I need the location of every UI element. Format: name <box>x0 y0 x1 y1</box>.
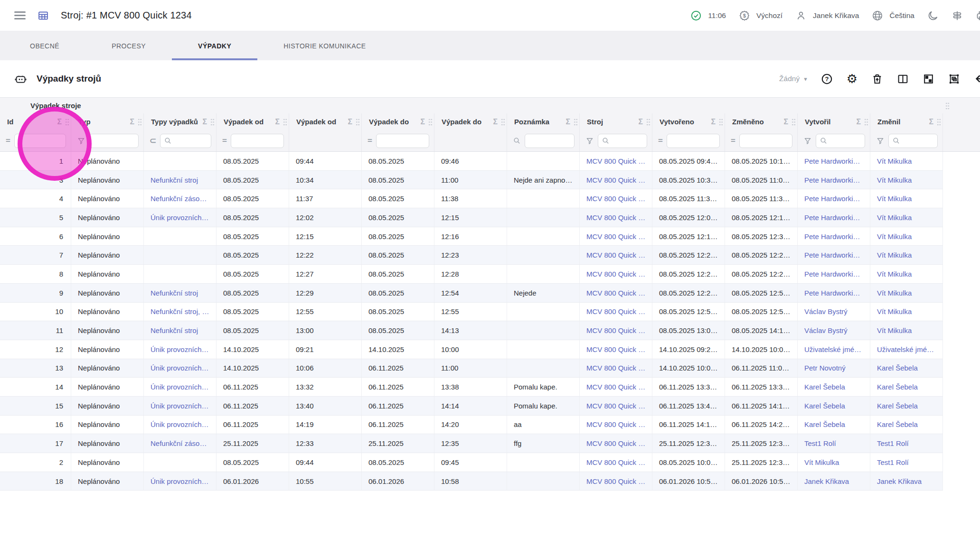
layout-selector-dropdown[interactable]: Žádný ▾ <box>779 74 807 83</box>
cell-stroj[interactable]: MCV 800 Quick … <box>580 303 652 321</box>
cell-zmenil[interactable]: Vít Mikulka <box>870 246 943 264</box>
grid-row[interactable]: 14NeplánovánoÚnik provozních…06.11.20251… <box>0 378 943 397</box>
cell-zmenil[interactable]: Vít Mikulka <box>870 284 943 302</box>
filter-input-zmeneno[interactable] <box>739 134 792 148</box>
cell-vytvoril[interactable]: Vít Mikulka <box>798 453 870 472</box>
equals-operator-icon[interactable]: = <box>658 136 663 146</box>
cell-vytvoril[interactable]: Pete Hardworki… <box>798 265 870 283</box>
cell-vytvoril[interactable]: Pete Hardworki… <box>798 171 870 189</box>
user-menu[interactable]: Janek Křikava <box>795 10 859 21</box>
grid-row[interactable]: 11NeplánovánoNefunkční stroj08.05.202513… <box>0 321 943 340</box>
grid-row[interactable]: 12NeplánovánoÚnik provozních…14.10.20250… <box>0 340 943 359</box>
theme-contrast-button[interactable] <box>923 73 934 85</box>
cell-zmenil[interactable]: Vít Mikulka <box>870 227 943 246</box>
grid-row[interactable]: 3NeplánovánoNefunkční stroj08.05.202510:… <box>0 171 943 190</box>
cell-zmenil[interactable]: Janek Křikava <box>870 472 943 491</box>
cell-zmenil[interactable]: Vít Mikulka <box>870 189 943 208</box>
cell-typy-vypadku[interactable]: Nefunkční stroj <box>144 171 217 189</box>
column-header-vypadek-do-cas[interactable]: Výpadek doΣ <box>434 113 507 130</box>
column-drag-handle-icon[interactable] <box>937 118 941 126</box>
sum-sigma-icon[interactable]: Σ <box>201 118 208 126</box>
column-drag-handle-icon[interactable] <box>210 118 215 126</box>
cell-typy-vypadku[interactable]: Nefunkční stroj, … <box>144 303 217 321</box>
search-icon[interactable] <box>513 137 521 145</box>
sum-sigma-icon[interactable]: Σ <box>419 118 426 126</box>
grid-row[interactable]: 4NeplánovánoNefunkční záso…08.05.202511:… <box>0 189 943 208</box>
cell-zmenil[interactable]: Test1 Rolí <box>870 434 943 453</box>
cell-typy-vypadku[interactable]: Nefunkční stroj <box>144 321 217 340</box>
grid-row[interactable]: 2Neplánováno08.05.202509:4408.05.202509:… <box>0 453 943 472</box>
column-drag-handle-icon[interactable] <box>65 118 69 126</box>
cell-typy-vypadku[interactable]: Nefunkční záso… <box>144 189 217 208</box>
cell-stroj[interactable]: MCV 800 Quick … <box>580 359 652 378</box>
column-header-vypadek-od-cas[interactable]: Výpadek odΣ <box>289 113 362 130</box>
grid-row[interactable]: 1Neplánováno08.05.202509:4408.05.202509:… <box>0 152 943 171</box>
cell-zmenil[interactable]: Vít Mikulka <box>870 208 943 227</box>
column-drag-handle-icon[interactable] <box>283 118 287 126</box>
cell-vytvoril[interactable]: Pete Hardworki… <box>798 189 870 208</box>
filter-funnel-icon[interactable] <box>876 137 885 145</box>
cell-typy-vypadku[interactable]: Nefunkční záso… <box>144 434 217 453</box>
equals-operator-icon[interactable]: = <box>731 136 735 146</box>
subset-operator-icon[interactable]: ⊂ <box>150 136 156 146</box>
cell-typy-vypadku[interactable]: Únik provozních… <box>144 397 217 415</box>
tab-procesy[interactable]: PROCESY <box>85 31 172 60</box>
cell-stroj[interactable]: MCV 800 Quick … <box>580 246 652 264</box>
language-selector[interactable]: Čeština <box>872 10 914 21</box>
filter-input-poznamka[interactable] <box>525 134 575 148</box>
grid-row[interactable]: 17NeplánovánoNefunkční záso…25.11.202512… <box>0 434 943 453</box>
cell-vytvoril[interactable]: Václav Bystrý <box>798 303 870 321</box>
column-header-id[interactable]: IdΣ <box>0 113 71 130</box>
filter-funnel-icon[interactable] <box>585 137 594 145</box>
column-chooser-button[interactable] <box>897 73 909 85</box>
cell-zmenil[interactable]: Karel Šebela <box>870 378 943 396</box>
grid-row[interactable]: 6Neplánováno08.05.202512:1508.05.202512:… <box>0 227 943 246</box>
filter-input-id[interactable] <box>14 134 66 148</box>
sum-sigma-icon[interactable]: Σ <box>637 118 644 126</box>
cell-typy-vypadku[interactable]: Únik provozních… <box>144 472 217 491</box>
cell-stroj[interactable]: MCV 800 Quick … <box>580 378 652 396</box>
cell-zmenil[interactable]: Vít Mikulka <box>870 152 943 170</box>
cell-stroj[interactable]: MCV 800 Quick … <box>580 171 652 189</box>
grid-row[interactable]: 15NeplánovánoÚnik provozních…06.11.20251… <box>0 397 943 416</box>
cell-vytvoril[interactable]: Pete Hardworki… <box>798 284 870 302</box>
cell-stroj[interactable]: MCV 800 Quick … <box>580 453 652 472</box>
column-header-stroj[interactable]: StrojΣ <box>580 113 652 130</box>
filter-funnel-icon[interactable] <box>803 137 812 145</box>
column-header-typy-vypadku[interactable]: Typy výpadkůΣ <box>144 113 217 130</box>
grid-row[interactable]: 8Neplánováno08.05.202512:2708.05.202512:… <box>0 265 943 284</box>
grid-row[interactable]: 18NeplánovánoÚnik provozních…06.01.20261… <box>0 472 943 491</box>
cell-vytvoril[interactable]: Petr Novotný <box>798 359 870 378</box>
help-button[interactable]: ? <box>821 73 833 85</box>
filter-input-vytvoreno[interactable] <box>667 134 720 148</box>
cell-vytvoril[interactable]: Karel Šebela <box>798 416 870 434</box>
cell-zmenil[interactable]: Uživatelské jmé… <box>870 340 943 359</box>
cell-zmenil[interactable]: Vít Mikulka <box>870 321 943 340</box>
column-drag-handle-icon[interactable] <box>356 118 360 126</box>
column-header-vypadek-od-datum[interactable]: Výpadek odΣ <box>217 113 289 130</box>
cell-stroj[interactable]: MCV 800 Quick … <box>580 472 652 491</box>
grid-row[interactable]: 9NeplánovánoNefunkční stroj08.05.202512:… <box>0 284 943 303</box>
column-drag-handle-icon[interactable] <box>501 118 505 126</box>
column-header-vypadek-do-datum[interactable]: Výpadek doΣ <box>362 113 434 130</box>
cell-stroj[interactable]: MCV 800 Quick … <box>580 416 652 434</box>
cell-stroj[interactable]: MCV 800 Quick … <box>580 227 652 246</box>
cell-stroj[interactable]: MCV 800 Quick … <box>580 284 652 302</box>
cell-zmenil[interactable]: Vít Mikulka <box>870 303 943 321</box>
cell-vytvoril[interactable]: Václav Bystrý <box>798 321 870 340</box>
grid-row[interactable]: 10NeplánovánoNefunkční stroj, …08.05.202… <box>0 303 943 322</box>
column-header-zmeneno[interactable]: ZměněnoΣ <box>725 113 798 130</box>
equals-operator-icon[interactable]: = <box>222 136 227 146</box>
cell-stroj[interactable]: MCV 800 Quick … <box>580 340 652 359</box>
filter-input-vypadek-do-datum[interactable] <box>376 134 429 148</box>
tab-obecne[interactable]: OBECNÉ <box>4 31 85 60</box>
cell-typy-vypadku[interactable]: Únik provozních… <box>144 416 217 434</box>
cell-zmenil[interactable]: Test1 Rolí <box>870 453 943 472</box>
column-drag-handle-icon[interactable] <box>719 118 723 126</box>
print-button[interactable] <box>976 10 980 21</box>
tab-historie-komunikace[interactable]: HISTORIE KOMUNIKACE <box>257 31 392 60</box>
filter-funnel-icon[interactable] <box>77 137 85 145</box>
grid-row[interactable]: 5NeplánovánoÚnik provozních…08.05.202512… <box>0 208 943 227</box>
cell-zmenil[interactable]: Karel Šebela <box>870 416 943 434</box>
menu-icon[interactable] <box>14 11 26 19</box>
